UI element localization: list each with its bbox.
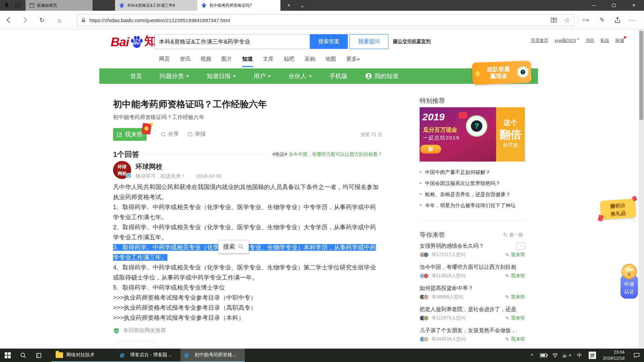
green-nav-users[interactable]: 用户 [254,72,271,80]
scrollbar-thumb[interactable] [639,31,643,120]
nav-tieba[interactable]: 贴吧 [284,56,294,67]
start-button[interactable] [0,349,15,362]
green-nav-my-zhidao[interactable]: 我的知道 [365,72,398,80]
link-messages[interactable]: 消息 [586,38,594,44]
collapsed-action-button[interactable] [114,341,159,349]
set-tabs-aside-icon[interactable] [4,2,10,8]
body-line-link[interactable]: >>>执业药师资格考试报考专业参考目录（高职高专） [113,303,383,313]
action-center-button[interactable] [629,353,644,358]
body-line-link[interactable]: >>>执业药师资格考试报考专业参考目录（中职中专） [113,293,383,303]
sidebar-divider [420,221,525,221]
share-icon[interactable] [614,16,621,24]
green-nav-home[interactable]: 首页 [130,72,142,80]
answer-author-name[interactable]: 环球网校 [136,162,162,171]
tab-preview-chevron[interactable]: ⌄ [297,0,308,11]
link-mall[interactable]: 商城 [615,38,624,44]
home-icon[interactable]: ⌂ [55,16,64,24]
author-slogan: 移动学习，职达未来！ [136,173,186,179]
answer-link[interactable]: ✎我来答 [505,336,525,342]
hot-list-item[interactable]: 中国牛肉产量不足如何破解？ [420,169,525,176]
sidebar-question-title[interactable]: 把老人放到养老院，是社会进步了，还是... [420,306,517,313]
tabs-set-aside-icon[interactable] [15,2,21,8]
green-nav-mobile[interactable]: 手机版 [329,72,347,80]
answer-link[interactable]: ✎我来答 [505,294,525,300]
green-nav-categories[interactable]: 问题分类 [160,72,189,80]
link-baidu-home[interactable]: 百度首页 [531,38,548,44]
report-button[interactable]: 举报 [187,131,206,138]
task-view-button[interactable] [31,349,46,362]
volume-muted-icon[interactable]: 🔈× [561,352,573,358]
taskbar-app-edge-question[interactable]: e 初中能考药师资格... [180,349,245,362]
team-quiz-promo-badge[interactable]: 组队答题赢现金 ? [472,61,532,85]
body-line: 5、取得药学、中药学或相关专业博士学位 [113,283,383,293]
nav-video[interactable]: 视频 [201,56,211,67]
ime-pinyin-indicator[interactable]: 拼 [589,352,596,359]
tab-previous-search[interactable]: 本科&资格证&工作满三年8 [115,0,197,11]
user-account-link[interactable]: yyw薇0323 [554,38,580,44]
url-box[interactable]: ☆ [77,14,574,26]
taskbar-clock[interactable]: 23:04 2019/12/18 [603,349,625,361]
nav-more[interactable]: 更多» [346,56,360,67]
nav-news[interactable]: 资讯 [180,56,191,67]
maximize-button[interactable] [604,0,624,11]
show-hidden-icons-chevron[interactable]: ^ [526,353,538,358]
search-input[interactable] [155,34,310,49]
refresh-icon[interactable]: ↻ [38,16,46,24]
answer-link[interactable]: ✎我来答 [505,273,525,279]
apply-verification-widget[interactable]: V 申请 认证 [621,264,638,299]
hot-list-item[interactable]: 粗粮、杂粮是否养生，还是自毁健康？ [420,191,525,198]
answer-now-button[interactable]: 我来答 [113,128,147,141]
nav-zhidao-active[interactable]: 知道 [242,56,253,67]
tab-new-tab[interactable]: 新建标签页 [25,0,93,11]
edge-icon: e [120,351,127,359]
nav-web[interactable]: 网页 [159,56,170,67]
green-nav-partners[interactable]: 合伙人 [288,72,312,80]
hot-list-item[interactable]: 今年，明星为什么被李佳琦们拉下了神坛 [420,202,525,209]
tab-active-question[interactable]: 初中能考药师资格证吗? [197,0,280,11]
selection-search-popup[interactable]: 搜索 [218,240,249,253]
hot-topic-link[interactable]: #热议# 当今中国，有哪些方面可以让西方刮目相看？ [273,152,382,158]
more-options-icon[interactable]: ··· [628,16,637,24]
battery-icon[interactable] [539,353,549,358]
minimize-button[interactable] [584,0,604,11]
taskbar-app-folder[interactable]: 网络对抗技术 [52,349,116,362]
favorites-hub-icon[interactable]: ☆≡ [581,16,590,24]
answer-link[interactable]: ✎我来答 [505,315,525,321]
nav-maps[interactable]: 地图 [325,56,336,67]
wifi-icon[interactable] [550,353,560,358]
url-input[interactable] [90,17,547,23]
sidebar-question-title[interactable]: 女强男弱的感情会长久吗？ [420,243,517,250]
nav-wenku[interactable]: 文库 [263,56,274,67]
report-info-icon [187,131,193,137]
hot-query-link[interactable]: 砸公交司机案宣判 [393,39,431,45]
promo-banner[interactable]: 2019 瓜分百万现金 一起总结2019 加 ? 这个 翻倍 你可能 [420,107,525,162]
earn-points-badge[interactable]: 赚积分 换礼品 [600,198,636,220]
taskbar-app-edge-blog[interactable]: e 博客后台 - 博客园 ... [116,349,180,362]
nav-images[interactable]: 图片 [221,56,232,67]
hot-list-item[interactable]: 中国会因汉服再次让世界惊艳吗？ [420,180,525,187]
back-icon[interactable] [5,16,13,24]
sidebar-question-title[interactable]: 如何提高投篮命中率？ [420,285,517,292]
search-answers-button[interactable]: 搜索答案 [310,34,348,49]
sidebar-question-title[interactable]: 当今中国，有哪些方面可以让西方刮目相... [420,264,517,271]
share-button[interactable]: 分享 [160,131,179,138]
link-private-messages[interactable]: 私信 [600,38,609,44]
banner-cta-button[interactable]: 加 [420,145,441,154]
green-nav-daily[interactable]: 知道日报 [207,72,236,80]
answer-link[interactable]: ✎我来答 [505,252,525,258]
body-line-link[interactable]: >>>执业药师资格考试报考专业参考目录（本科） [113,313,383,323]
sidebar-question-title[interactable]: 儿子谈了个女朋友，女孩竟然不会做饭，... [420,327,517,334]
refresh-questions-button[interactable]: ↻ 换一换 [503,232,523,238]
reading-view-icon[interactable] [550,16,557,24]
ime-language-indicator[interactable]: 中 [574,352,585,359]
nav-caigou[interactable]: 采购 [305,56,315,67]
web-note-pen-icon[interactable]: ✎ [598,16,606,24]
close-button[interactable]: × [624,0,644,11]
new-tab-button[interactable]: + [283,0,294,11]
ask-question-button[interactable]: 我要提问 [350,34,388,49]
forward-icon[interactable] [21,16,29,24]
add-favorite-star-icon[interactable]: ☆ [564,16,571,24]
want-ask-count: 等113628人想问 [431,273,466,279]
windows-taskbar: 网络对抗技术 e 博客后台 - 博客园 ... e 初中能考药师资格... ^ … [0,349,644,362]
taskbar-search-button[interactable] [15,349,31,362]
